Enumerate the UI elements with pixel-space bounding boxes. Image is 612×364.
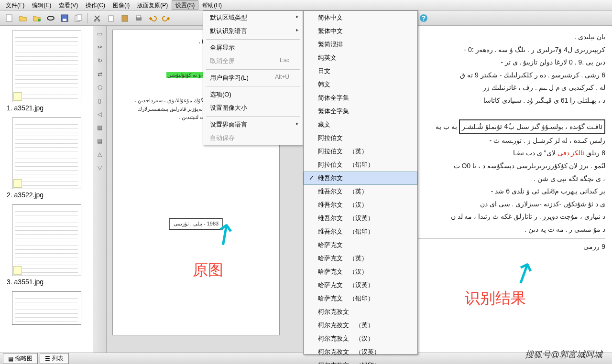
- image-icon[interactable]: ▦: [95, 122, 105, 133]
- rotate-icon[interactable]: ↻: [95, 55, 105, 66]
- thumbnail-item[interactable]: 1. a3521.jpg: [4, 31, 89, 112]
- red-text: ئالكز دفی: [557, 149, 585, 157]
- doc-icon[interactable]: ▯: [95, 96, 105, 106]
- list-tab[interactable]: ☰列表: [40, 353, 69, 364]
- svg-text:?: ?: [422, 14, 426, 22]
- settings-dropdown: 默认区域类型 默认识别语言 全屏显示 取消全屏Esc 用户自学习(L)Alt+U…: [203, 11, 303, 145]
- svg-rect-6: [77, 15, 82, 21]
- language-option[interactable]: 哈萨克文 （汉）: [304, 265, 417, 278]
- language-option[interactable]: 维吾尔文 （汉英）: [304, 212, 417, 225]
- thumbnail-item[interactable]: 2. a3522.jpg: [4, 118, 89, 199]
- svg-rect-12: [137, 15, 141, 18]
- dd-options[interactable]: 选项(O): [203, 88, 303, 101]
- svg-rect-9: [109, 16, 113, 21]
- folder-icon[interactable]: [31, 12, 43, 24]
- language-option[interactable]: 哈萨克文 （汉英）: [304, 278, 417, 292]
- vertical-toolbar: ▭ ✂ ↻ ⇄ ⬠ ▯ ◁ ▦ ▤ △ ▽: [93, 26, 107, 353]
- language-option[interactable]: 阿拉伯文: [304, 131, 417, 145]
- separator: [206, 116, 300, 117]
- thumbnail-item[interactable]: 3. a3551.jpg: [4, 204, 89, 286]
- open-icon[interactable]: [17, 12, 29, 24]
- print-icon[interactable]: [132, 12, 145, 24]
- dd-fullscreen[interactable]: 全屏显示: [203, 41, 303, 54]
- thumbnail-item[interactable]: [4, 291, 89, 325]
- separator: [206, 69, 300, 70]
- up-icon[interactable]: △: [95, 149, 105, 160]
- menu-layout[interactable]: 版面复原(P): [133, 0, 172, 10]
- svg-rect-4: [63, 19, 66, 21]
- language-option[interactable]: 柯尔克孜文: [304, 305, 417, 319]
- boxed-text: ئاقـت گۇىدە ، بولسـۇۋ گىز سنل ب4ُ ئۇنملۇ…: [459, 119, 605, 134]
- copy2-icon[interactable]: [105, 12, 117, 24]
- paste-icon[interactable]: [119, 12, 131, 24]
- result-label: 识别结果: [465, 284, 526, 313]
- save-icon[interactable]: [58, 12, 71, 24]
- language-option[interactable]: 藏文: [304, 118, 417, 131]
- menu-view[interactable]: 查看(V): [55, 0, 82, 10]
- language-option[interactable]: 繁简混排: [304, 38, 417, 51]
- dd-default-language[interactable]: 默认识别语言: [203, 24, 303, 38]
- back-icon[interactable]: ◁: [95, 109, 105, 119]
- language-option[interactable]: 阿拉伯文 （铅印）: [304, 158, 417, 171]
- menu-image[interactable]: 图像(I): [109, 0, 133, 10]
- dd-autosave: 自动保存: [203, 131, 303, 145]
- language-submenu: 简体中文繁体中文繁简混排纯英文日文韩文简体全字集繁体全字集藏文阿拉伯文阿拉伯文 …: [303, 11, 418, 354]
- language-option[interactable]: 纯英文: [304, 51, 417, 64]
- language-option[interactable]: 柯尔克孜文 （铅印）: [304, 359, 417, 364]
- menu-file[interactable]: 文件(F): [2, 0, 28, 10]
- thumbnail-panel: 1. a3521.jpg 2. a3522.jpg 3. a3551.jpg: [0, 26, 93, 353]
- dd-image-size[interactable]: 设置图像大小: [203, 101, 303, 115]
- language-option[interactable]: 繁体全字集: [304, 105, 417, 118]
- menu-settings[interactable]: 设置(S): [172, 0, 198, 10]
- scan-icon[interactable]: [44, 12, 57, 24]
- redo-icon[interactable]: [160, 12, 173, 24]
- cut-icon[interactable]: [91, 12, 103, 24]
- language-option[interactable]: 柯尔克孜文 （英）: [304, 319, 417, 332]
- flip-icon[interactable]: ⇄: [95, 69, 105, 79]
- thumbnail-label: 2. a3522.jpg: [4, 191, 89, 199]
- menu-edit[interactable]: 编辑(E): [28, 0, 55, 10]
- thumbnail-label: 3. a3551.jpg: [4, 278, 89, 286]
- date-box: 1983 - يىلى . تۈزىمى: [169, 218, 223, 230]
- svg-rect-10: [122, 15, 128, 21]
- select-icon[interactable]: ▭: [95, 29, 105, 39]
- language-option[interactable]: 维吾尔文: [304, 171, 417, 185]
- svg-rect-0: [6, 15, 12, 21]
- pentagon-icon[interactable]: ⬠: [95, 82, 105, 93]
- language-option[interactable]: 阿拉伯文 （英）: [304, 145, 417, 158]
- copy-icon[interactable]: [72, 12, 85, 24]
- svg-point-2: [47, 16, 54, 20]
- language-option[interactable]: 哈萨克文: [304, 238, 417, 252]
- language-option[interactable]: 柯尔克孜文 （汉）: [304, 332, 417, 345]
- dd-exit-fullscreen: 取消全屏Esc: [203, 54, 303, 68]
- menubar: 文件(F) 编辑(E) 查看(V) 操作(C) 图像(I) 版面复原(P) 设置…: [0, 0, 612, 11]
- separator: [87, 13, 88, 23]
- language-option[interactable]: 维吾尔文 （英）: [304, 185, 417, 198]
- thumbnail-label: 1. a3521.jpg: [4, 104, 89, 112]
- menu-operate[interactable]: 操作(C): [82, 0, 109, 10]
- language-option[interactable]: 韩文: [304, 78, 417, 91]
- down-icon[interactable]: ▽: [95, 162, 105, 173]
- thumbs-tab[interactable]: ▦缩略图: [3, 353, 38, 364]
- separator: [206, 39, 300, 40]
- watermark: 搜狐号@郭富城阿城: [525, 349, 602, 360]
- language-option[interactable]: 柯尔克孜文 （汉英）: [304, 345, 417, 359]
- language-option[interactable]: 简体全字集: [304, 91, 417, 105]
- dd-ui-language[interactable]: 设置界面语言: [203, 118, 303, 131]
- language-option[interactable]: 维吾尔文 （铅印）: [304, 225, 417, 238]
- dd-default-region[interactable]: 默认区域类型: [203, 11, 303, 24]
- language-option[interactable]: 哈萨克文 （英）: [304, 252, 417, 265]
- language-option[interactable]: 简体中文: [304, 11, 417, 24]
- language-option[interactable]: 繁体中文: [304, 24, 417, 38]
- help-icon[interactable]: ?: [417, 12, 430, 24]
- table-icon[interactable]: ▤: [95, 136, 105, 146]
- undo-icon[interactable]: [146, 12, 159, 24]
- language-option[interactable]: 哈萨克文 （铅印）: [304, 292, 417, 305]
- crop-icon[interactable]: ✂: [95, 42, 105, 53]
- dd-user-learn[interactable]: 用户自学习(L)Alt+U: [203, 71, 303, 85]
- language-option[interactable]: 维吾尔文 （汉）: [304, 198, 417, 212]
- menu-help[interactable]: 帮助(H): [198, 0, 226, 10]
- separator: [206, 86, 300, 86]
- new-icon[interactable]: [3, 12, 15, 24]
- language-option[interactable]: 日文: [304, 64, 417, 78]
